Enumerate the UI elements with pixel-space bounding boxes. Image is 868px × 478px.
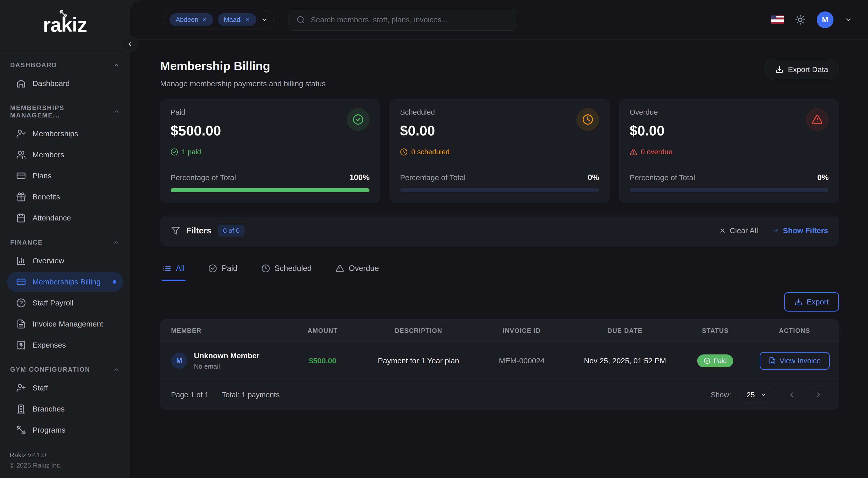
sidebar-item-label: Attendance — [32, 214, 71, 222]
chevron-up-icon — [113, 62, 120, 68]
stat-value: $500.00 — [170, 123, 221, 139]
sidebar-item-attendance[interactable]: Attendance — [7, 208, 123, 228]
chevron-down-icon[interactable] — [261, 16, 268, 23]
percent-value: 100% — [349, 173, 370, 182]
sidebar-item-staff[interactable]: Staff — [7, 378, 123, 398]
branch-chip-abdeen[interactable]: Abdeen — [169, 13, 213, 26]
chevron-left-icon — [127, 41, 133, 47]
filters-title: Filters — [186, 226, 211, 235]
member-avatar: M — [171, 353, 187, 369]
sidebar-section-dashboard[interactable]: DASHBOARD — [7, 61, 123, 69]
page-size-select[interactable]: 25 — [739, 387, 774, 403]
sidebar-item-members[interactable]: Members — [7, 145, 123, 165]
member-email: No email — [194, 362, 259, 371]
sidebar-item-memberships[interactable]: Memberships — [7, 124, 123, 144]
chevron-down-icon[interactable] — [845, 16, 852, 24]
page-title: Membership Billing — [160, 59, 326, 73]
filters-bar: Filters 0 of 0 Clear All Show Filters — [160, 216, 839, 246]
branch-chip-label: Maadi — [224, 16, 242, 24]
logo-text: rakiz — [43, 15, 87, 35]
percent-label: Percentage of Total — [400, 173, 465, 182]
calendar-icon — [16, 213, 26, 223]
sidebar-item-label: Expenses — [32, 341, 66, 349]
sidebar-collapse-button[interactable] — [122, 36, 138, 52]
list-icon — [163, 264, 171, 273]
export-data-button[interactable]: Export Data — [765, 59, 839, 80]
close-icon[interactable] — [202, 17, 207, 23]
sidebar-item-dashboard[interactable]: Dashboard — [7, 73, 123, 94]
alert-triangle-icon — [812, 114, 823, 125]
tab-paid[interactable]: Paid — [207, 262, 238, 281]
previous-page-button[interactable] — [782, 385, 801, 405]
status-cell: Paid — [680, 354, 750, 368]
sidebar-item-overview[interactable]: Overview — [7, 251, 123, 271]
page-size-value: 25 — [747, 391, 755, 399]
chevron-up-icon — [113, 367, 120, 373]
sidebar-item-branches[interactable]: Branches — [7, 399, 123, 419]
column-header-member: MEMBER — [160, 327, 282, 334]
topbar: Abdeen Maadi M — [130, 0, 868, 39]
percent-value: 0% — [817, 173, 829, 182]
receipt-icon — [16, 340, 26, 350]
sidebar-item-staff-payroll[interactable]: Staff Payroll — [7, 293, 123, 313]
stat-badge: 0 scheduled — [400, 148, 599, 156]
clear-all-button[interactable]: Clear All — [719, 226, 758, 235]
stat-badge: 1 paid — [170, 148, 370, 156]
sidebar: rakiz DASHBOARD Dashboard MEMBERSHIPS MA… — [0, 0, 130, 478]
page-info: Page 1 of 1 — [171, 391, 209, 399]
sidebar-section-finance[interactable]: FINANCE — [7, 239, 123, 246]
logo-dumbbell-icon — [57, 10, 69, 18]
next-page-button[interactable] — [809, 385, 828, 405]
page-subtitle: Manage membership payments and billing s… — [160, 79, 326, 88]
section-title: DASHBOARD — [10, 61, 57, 69]
view-invoice-button[interactable]: View Invoice — [760, 352, 830, 370]
tab-all[interactable]: All — [162, 262, 186, 281]
total-info: Total: 1 payments — [222, 391, 279, 399]
stat-label: Paid — [170, 108, 221, 117]
stat-card-scheduled: Scheduled $0.00 0 scheduled Percentage o… — [390, 99, 609, 203]
tab-label: Paid — [222, 264, 237, 273]
scheduled-status-icon — [577, 108, 599, 131]
close-icon — [719, 227, 726, 234]
language-flag-icon[interactable] — [771, 15, 784, 24]
sidebar-item-expenses[interactable]: Expenses — [7, 335, 123, 355]
clock-icon — [261, 264, 270, 273]
close-icon[interactable] — [245, 17, 250, 23]
stat-value: $0.00 — [400, 123, 435, 139]
search-input[interactable] — [311, 15, 509, 24]
tab-overdue[interactable]: Overdue — [335, 262, 380, 281]
sidebar-item-label: Dashboard — [32, 79, 70, 88]
table-toolbar: Export — [160, 292, 839, 312]
tab-label: Scheduled — [275, 264, 312, 273]
status-tabs: All Paid Scheduled Overdue — [160, 262, 839, 281]
sidebar-item-label: Invoice Management — [32, 320, 103, 328]
chevron-up-icon — [113, 239, 120, 246]
alert-triangle-icon — [630, 148, 637, 156]
export-label: Export — [807, 297, 829, 306]
sidebar-item-benefits[interactable]: Benefits — [7, 187, 123, 207]
sidebar-item-label: Memberships — [32, 129, 78, 138]
sidebar-item-invoice-management[interactable]: Invoice Management — [7, 314, 123, 334]
sidebar-item-programs[interactable]: Programs — [7, 420, 123, 440]
sidebar-item-memberships-billing[interactable]: Memberships Billing — [7, 272, 123, 292]
show-filters-button[interactable]: Show Filters — [772, 226, 828, 235]
sidebar-section-gym-configuration[interactable]: GYM CONFIGURATION — [7, 366, 123, 373]
stat-card-paid: Paid $500.00 1 paid Percentage of Total … — [160, 99, 380, 203]
export-button[interactable]: Export — [784, 292, 839, 312]
branch-picker[interactable]: Abdeen Maadi — [164, 10, 274, 29]
page-header: Membership Billing Manage membership pay… — [160, 59, 839, 88]
branch-chip-maadi[interactable]: Maadi — [218, 13, 257, 26]
tab-scheduled[interactable]: Scheduled — [260, 262, 313, 281]
sidebar-section-memberships-management[interactable]: MEMBERSHIPS MANAGEME... — [7, 104, 123, 119]
stat-label: Scheduled — [400, 108, 435, 117]
clock-icon — [582, 114, 593, 125]
sidebar-item-label: Benefits — [32, 193, 60, 201]
user-avatar[interactable]: M — [817, 11, 834, 28]
member-cell: M Unknown Member No email — [160, 351, 282, 371]
show-label: Show: — [711, 391, 731, 399]
sidebar-item-label: Overview — [32, 256, 64, 265]
sidebar-item-plans[interactable]: Plans — [7, 166, 123, 186]
theme-toggle-button[interactable] — [795, 14, 806, 25]
progress-track — [170, 188, 370, 192]
file-text-icon — [16, 319, 26, 329]
